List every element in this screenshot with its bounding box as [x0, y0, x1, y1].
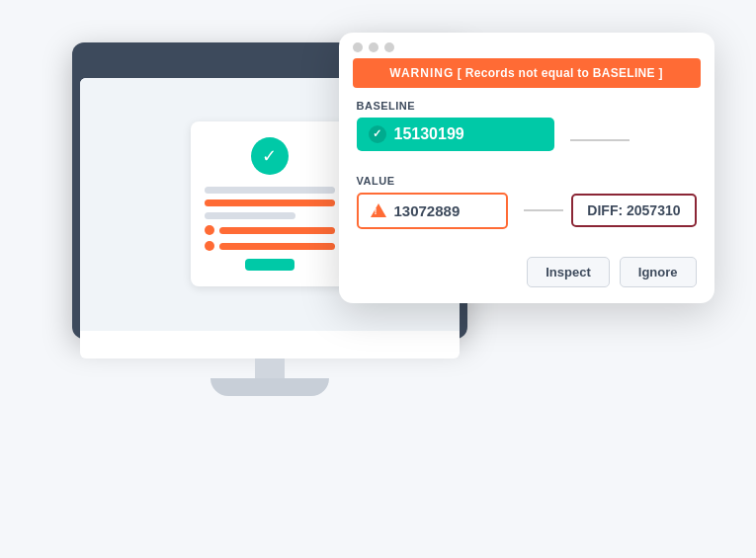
- baseline-value-box: ✓ 15130199: [357, 118, 554, 151]
- doc-button: [245, 259, 294, 271]
- warning-banner: WARNING [ Records not equal to BASELINE …: [353, 58, 701, 88]
- doc-line-3: [205, 212, 295, 219]
- connector-value: [524, 209, 563, 211]
- doc-dot-1: [205, 225, 214, 235]
- ignore-button[interactable]: Ignore: [620, 257, 697, 287]
- doc-line-5: [219, 243, 335, 250]
- value-box: 13072889: [357, 193, 509, 229]
- dialog-footer: Inspect Ignore: [339, 257, 714, 303]
- baseline-label: BASELINE: [357, 100, 697, 112]
- window-dot-2: [369, 42, 378, 52]
- value-number: 13072889: [394, 202, 461, 219]
- dialog-body: BASELINE ✓ 15130199 VALUE 13072889 DIFF:: [339, 100, 714, 257]
- diff-box: DIFF: 2057310: [571, 194, 696, 227]
- window-dot-1: [353, 42, 363, 52]
- inspect-button[interactable]: Inspect: [527, 257, 610, 287]
- doc-line-4: [219, 227, 335, 234]
- monitor-base: [210, 378, 329, 396]
- value-label: VALUE: [357, 175, 697, 187]
- value-row: 13072889 DIFF: 2057310: [357, 193, 697, 229]
- window-dot-3: [384, 42, 394, 52]
- doc-check-icon: ✓: [251, 137, 289, 175]
- doc-row-1: [205, 225, 335, 235]
- diff-text: DIFF: 2057310: [587, 202, 680, 218]
- warning-dialog: WARNING [ Records not equal to BASELINE …: [339, 33, 714, 303]
- scene: ValiDiffer ✓: [42, 23, 714, 536]
- doc-line-2: [205, 199, 335, 206]
- check-symbol: ✓: [262, 145, 277, 167]
- baseline-check-icon: ✓: [369, 125, 386, 143]
- warning-message: [ Records not equal to BASELINE ]: [458, 66, 663, 80]
- window-dots: [339, 33, 714, 58]
- warning-triangle-icon: [371, 203, 386, 217]
- doc-card: ✓: [191, 121, 349, 286]
- doc-dot-2: [205, 241, 214, 251]
- warning-keyword: WARNING: [389, 66, 454, 80]
- baseline-number: 15130199: [394, 125, 464, 143]
- doc-row-2: [205, 241, 335, 251]
- connector-baseline: [570, 139, 630, 141]
- doc-line-1: [205, 187, 335, 194]
